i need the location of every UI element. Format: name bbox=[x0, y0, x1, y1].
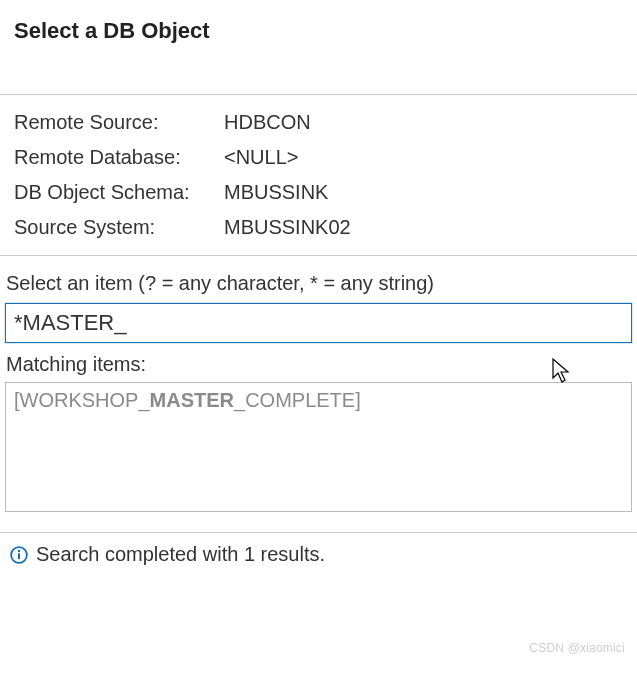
status-bar: Search completed with 1 results. bbox=[0, 533, 637, 576]
watermark: CSDN @xiaomici bbox=[529, 641, 625, 655]
info-row-source-system: Source System: MBUSSINK02 bbox=[14, 210, 623, 245]
status-text: Search completed with 1 results. bbox=[36, 543, 325, 566]
match-bold: MASTER bbox=[150, 389, 234, 411]
source-system-label: Source System: bbox=[14, 216, 224, 239]
db-object-schema-label: DB Object Schema: bbox=[14, 181, 224, 204]
dialog-title: Select a DB Object bbox=[0, 0, 637, 54]
info-block: Remote Source: HDBCON Remote Database: <… bbox=[0, 94, 637, 256]
matching-items-label: Matching items: bbox=[0, 343, 637, 382]
match-suffix: _COMPLETE] bbox=[234, 389, 361, 411]
remote-source-label: Remote Source: bbox=[14, 111, 224, 134]
source-system-value: MBUSSINK02 bbox=[224, 216, 351, 239]
remote-source-value: HDBCON bbox=[224, 111, 311, 134]
matching-items-list[interactable]: [WORKSHOP_MASTER_COMPLETE] bbox=[5, 382, 632, 512]
svg-rect-1 bbox=[18, 553, 20, 559]
filter-input[interactable] bbox=[5, 303, 632, 343]
match-prefix: [WORKSHOP_ bbox=[14, 389, 150, 411]
info-row-remote-source: Remote Source: HDBCON bbox=[14, 105, 623, 140]
list-item[interactable]: [WORKSHOP_MASTER_COMPLETE] bbox=[14, 389, 623, 412]
info-row-db-object-schema: DB Object Schema: MBUSSINK bbox=[14, 175, 623, 210]
svg-point-2 bbox=[18, 549, 20, 551]
info-row-remote-database: Remote Database: <NULL> bbox=[14, 140, 623, 175]
remote-database-label: Remote Database: bbox=[14, 146, 224, 169]
info-icon bbox=[10, 546, 28, 564]
db-object-schema-value: MBUSSINK bbox=[224, 181, 328, 204]
filter-label: Select an item (? = any character, * = a… bbox=[0, 256, 637, 301]
remote-database-value: <NULL> bbox=[224, 146, 299, 169]
